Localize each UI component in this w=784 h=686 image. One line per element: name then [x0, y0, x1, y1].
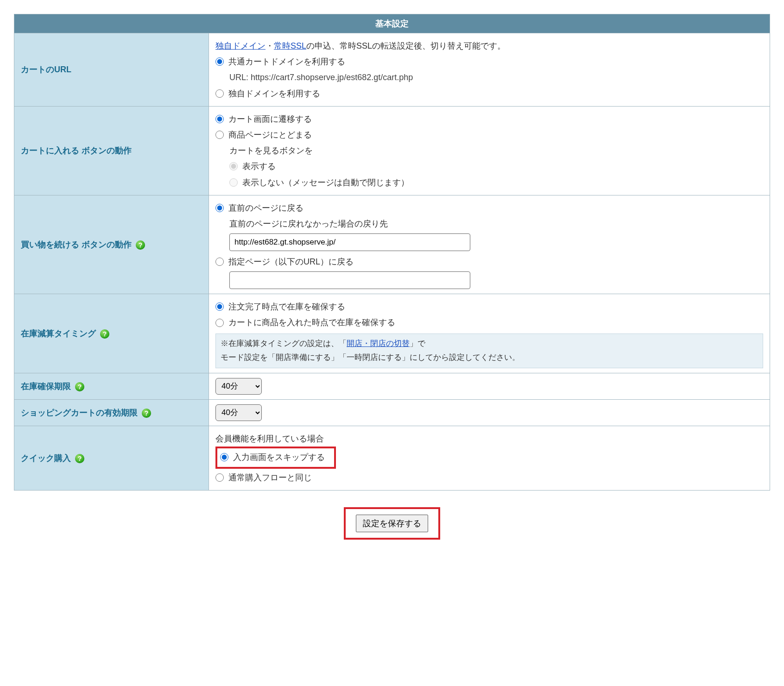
stock-note-line2: モード設定を「開店準備にする」「一時閉店にする」にしてから設定してください。	[221, 353, 520, 362]
help-icon[interactable]: ?	[136, 240, 145, 250]
radio-cart-url-own-label: 独自ドメインを利用する	[228, 86, 320, 101]
row-stocklimit-label: 在庫確保期限 ?	[14, 373, 209, 399]
input-cont-fixed-url[interactable]	[229, 271, 470, 289]
row-stock-value: 注文完了時点で在庫を確保する カートに商品を入れた時点で在庫を確保する ※在庫減…	[209, 294, 770, 373]
row-continue-label: 買い物を続ける ボタンの動作 ?	[14, 195, 209, 294]
row-continue-value: 直前のページに戻る 直前のページに戻れなかった場合の戻り先 指定ページ（以下のU…	[209, 195, 770, 294]
input-cont-fallback-url[interactable]	[229, 233, 470, 251]
row-quick-label: クイック購入 ?	[14, 426, 209, 491]
cartbtn-sub-label: カートを見るボタンを	[229, 143, 763, 158]
help-icon[interactable]: ?	[75, 382, 84, 391]
row-cart-url-label: カートのURL	[14, 33, 209, 107]
radio-stock-oncart-label: カートに商品を入れた時点で在庫を確保する	[228, 315, 395, 330]
row-stock-label: 在庫減算タイミング ?	[14, 294, 209, 373]
radio-cart-url-own[interactable]	[215, 89, 224, 98]
help-icon[interactable]: ?	[100, 329, 109, 339]
radio-cartbtn-hide-label: 表示しない（メッセージは自動で閉じます）	[242, 175, 409, 190]
radio-cont-fixed[interactable]	[215, 258, 224, 266]
save-button[interactable]: 設定を保存する	[356, 515, 428, 532]
help-icon[interactable]: ?	[142, 409, 151, 418]
row-stocklimit-value: 40分	[209, 373, 770, 399]
radio-cartbtn-goto[interactable]	[215, 115, 224, 123]
radio-cartbtn-show-label: 表示する	[242, 158, 276, 174]
radio-cartbtn-stay-label: 商品ページにとどまる	[228, 127, 312, 143]
radio-cartbtn-goto-label: カート画面に遷移する	[228, 111, 312, 127]
row-cart-url-value: 独自ドメイン・常時SSLの申込、常時SSLの転送設定後、切り替え可能です。 共通…	[209, 33, 770, 107]
select-stocklimit[interactable]: 40分	[215, 378, 262, 395]
row-quick-value: 会員機能を利用している場合 入力画面をスキップする 通常購入フローと同じ	[209, 426, 770, 491]
link-open-close[interactable]: 開店・閉店の切替	[347, 339, 410, 348]
save-highlight: 設定を保存する	[344, 507, 440, 540]
stock-note-pre: ※在庫減算タイミングの設定は、「	[221, 339, 347, 348]
stock-note-post: 」で	[410, 339, 425, 348]
radio-stock-oncomplete-label: 注文完了時点で在庫を確保する	[228, 299, 345, 315]
row-stocklimit-label-text: 在庫確保期限	[21, 382, 71, 391]
radio-cart-url-shared-label: 共通カートドメインを利用する	[228, 54, 345, 69]
row-stock-label-text: 在庫減算タイミング	[21, 329, 96, 338]
help-icon[interactable]: ?	[75, 454, 84, 463]
link-own-domain[interactable]: 独自ドメイン	[215, 41, 266, 50]
row-cartlimit-value: 40分	[209, 399, 770, 426]
radio-stock-oncart[interactable]	[215, 319, 224, 327]
cont-sublabel: 直前のページに戻れなかった場合の戻り先	[229, 216, 763, 232]
select-cartlimit[interactable]: 40分	[215, 404, 262, 421]
radio-cartbtn-hide	[229, 178, 238, 187]
quick-desc: 会員機能を利用している場合	[215, 431, 763, 447]
radio-cart-url-shared[interactable]	[215, 57, 224, 66]
stock-note: ※在庫減算タイミングの設定は、「開店・閉店の切替」で モード設定を「開店準備にす…	[215, 334, 763, 368]
radio-cont-back[interactable]	[215, 204, 224, 212]
row-quick-label-text: クイック購入	[21, 453, 71, 463]
radio-cont-fixed-label: 指定ページ（以下のURL）に戻る	[228, 254, 354, 270]
basic-settings-table: 基本設定 カートのURL 独自ドメイン・常時SSLの申込、常時SSLの転送設定後…	[14, 14, 770, 491]
radio-cartbtn-show	[229, 162, 238, 170]
row-cart-button-value: カート画面に遷移する 商品ページにとどまる カートを見るボタンを 表示する 表示…	[209, 106, 770, 195]
link-always-ssl[interactable]: 常時SSL	[274, 41, 306, 50]
row-cart-button-label: カートに入れる ボタンの動作	[14, 106, 209, 195]
row-cartlimit-label-text: ショッピングカートの有効期限	[21, 408, 138, 417]
footer: 設定を保存する	[14, 507, 770, 540]
radio-quick-skip-label: 入力画面をスキップする	[233, 449, 325, 465]
row-continue-label-text: 買い物を続ける ボタンの動作	[21, 240, 132, 249]
cart-url-value: https://cart7.shopserve.jp/est682.gt/car…	[251, 73, 413, 82]
radio-cont-back-label: 直前のページに戻る	[228, 200, 303, 216]
radio-cartbtn-stay[interactable]	[215, 131, 224, 139]
radio-quick-normal[interactable]	[215, 473, 224, 482]
cart-url-label: URL:	[229, 73, 248, 82]
radio-quick-skip[interactable]	[220, 453, 228, 461]
cart-url-desc: の申込、常時SSLの転送設定後、切り替え可能です。	[306, 41, 506, 50]
quick-highlight: 入力画面をスキップする	[215, 447, 336, 469]
radio-quick-normal-label: 通常購入フローと同じ	[228, 470, 312, 485]
sep-dot: ・	[266, 41, 274, 50]
settings-header: 基本設定	[14, 14, 770, 33]
radio-stock-oncomplete[interactable]	[215, 302, 224, 311]
row-cartlimit-label: ショッピングカートの有効期限 ?	[14, 399, 209, 426]
